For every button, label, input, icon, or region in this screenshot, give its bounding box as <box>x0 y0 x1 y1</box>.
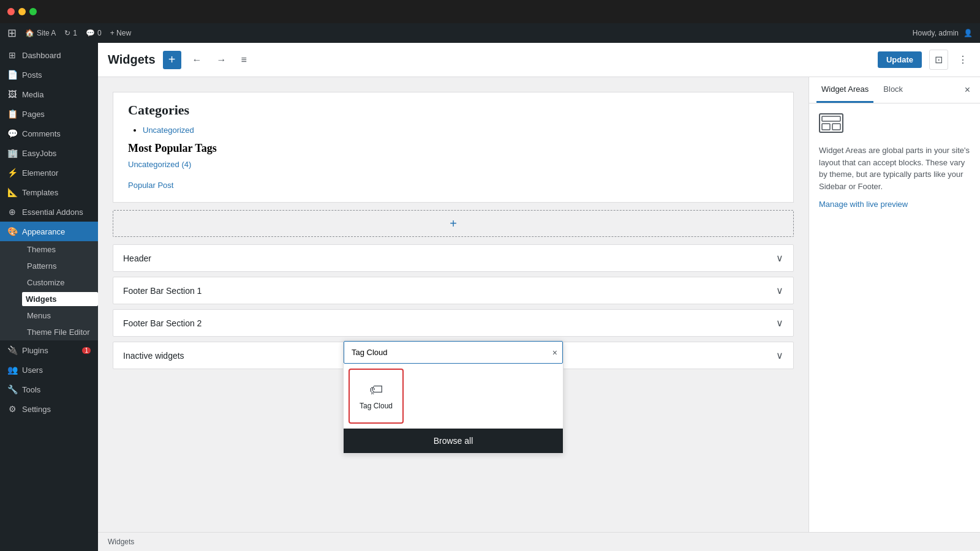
block-categories: Categories Uncategorized Most Popular Ta… <box>113 92 794 203</box>
sidebar-item-pages[interactable]: 📋 Pages <box>0 104 98 124</box>
maximize-dot[interactable] <box>29 8 37 15</box>
sidebar-label-pages: Pages <box>22 110 45 119</box>
svg-rect-2 <box>822 124 830 130</box>
widget-section-header-toggle[interactable]: Header ∨ <box>113 245 793 271</box>
tools-icon: 🔧 <box>7 384 17 394</box>
sidebar-item-tools[interactable]: 🔧 Tools <box>0 380 98 399</box>
comments-count: 0 <box>97 29 102 37</box>
footer-bar-2-chevron-icon: ∨ <box>776 317 783 329</box>
sidebar-label-dashboard: Dashboard <box>22 51 61 60</box>
sidebar-item-comments[interactable]: 💬 Comments <box>0 124 98 143</box>
widget-section-footer-bar-2-toggle[interactable]: Footer Bar Section 2 ∨ <box>113 310 793 336</box>
more-options-button[interactable]: ⋮ <box>956 51 970 68</box>
sidebar-subitem-patterns[interactable]: Patterns <box>22 258 98 274</box>
svg-rect-3 <box>832 124 840 130</box>
updates-count: 1 <box>73 29 77 37</box>
sidebar-item-elementor[interactable]: ⚡ Elementor <box>0 163 98 182</box>
sidebar-item-essential-addons[interactable]: ⊕ Essential Addons <box>0 202 98 222</box>
sidebar-subitem-menus[interactable]: Menus <box>22 307 98 324</box>
popular-post-label: Popular Post <box>128 181 778 190</box>
inactive-chevron-icon: ∨ <box>776 350 783 361</box>
sidebar-item-settings[interactable]: ⚙ Settings <box>0 399 98 419</box>
browse-all-button[interactable]: Browse all <box>344 429 563 453</box>
admin-bar-new[interactable]: + New <box>110 29 131 37</box>
main-layout: ⊞ Dashboard 📄 Posts 🖼 Media 📋 Pages 💬 Co… <box>0 43 980 551</box>
dashboard-icon: ⊞ <box>7 50 17 60</box>
right-panel: Widget Areas Block × Widget Areas are gl… <box>809 77 980 532</box>
sidebar-subitem-themes[interactable]: Themes <box>22 241 98 258</box>
popup-search-input[interactable] <box>344 342 548 363</box>
sidebar-appearance-subitems: Themes Patterns Customize Widgets Menus … <box>0 241 98 340</box>
sidebar-item-templates[interactable]: 📐 Templates <box>0 182 98 202</box>
sidebar-label-comments: Comments <box>22 129 61 138</box>
right-panel-close-button[interactable]: × <box>962 82 973 98</box>
sidebar-label-easyjobs: EasyJobs <box>22 149 56 158</box>
uncategorized-tag-link[interactable]: Uncategorized (4) <box>128 160 191 169</box>
admin-bar-site[interactable]: 🏠 Site A <box>25 29 56 37</box>
users-icon: 👥 <box>7 365 17 375</box>
tags-heading: Most Popular Tags <box>128 142 778 155</box>
minimize-dot[interactable] <box>18 8 26 15</box>
popup-search-box: × <box>344 341 563 364</box>
titlebar <box>0 0 980 23</box>
forward-button[interactable]: → <box>213 52 230 68</box>
sidebar-item-media[interactable]: 🖼 Media <box>0 84 98 104</box>
add-block-button[interactable]: + <box>113 210 794 237</box>
admin-bar-left: ⊞ 🏠 Site A ↻ 1 💬 0 + New <box>7 26 903 40</box>
widget-section-footer-bar-1-toggle[interactable]: Footer Bar Section 1 ∨ <box>113 277 793 304</box>
avatar: 👤 <box>963 29 973 37</box>
templates-icon: 📐 <box>7 187 17 197</box>
admin-bar-comments[interactable]: 💬 0 <box>86 29 102 37</box>
list-view-button[interactable]: ≡ <box>238 52 251 68</box>
content-area: Widgets + ← → ≡ Update ⊡ ⋮ Categories Un… <box>98 43 980 551</box>
widget-area-description: Widget Areas are global parts in your si… <box>819 144 970 192</box>
manage-live-preview-link[interactable]: Manage with live preview <box>819 200 908 209</box>
sidebar: ⊞ Dashboard 📄 Posts 🖼 Media 📋 Pages 💬 Co… <box>0 43 98 551</box>
update-button[interactable]: Update <box>878 51 922 68</box>
admin-bar-updates[interactable]: ↻ 1 <box>64 29 77 37</box>
sidebar-subitem-widgets[interactable]: Widgets <box>22 292 98 306</box>
sidebar-subitem-customize[interactable]: Customize <box>22 274 98 291</box>
sidebar-label-appearance: Appearance <box>22 227 65 236</box>
page-title: Widgets <box>108 53 156 67</box>
tag-cloud-result-item[interactable]: 🏷 Tag Cloud <box>349 369 404 424</box>
uncategorized-link[interactable]: Uncategorized <box>143 126 194 135</box>
comments-sidebar-icon: 💬 <box>7 129 17 138</box>
pages-icon: 📋 <box>7 109 17 119</box>
sidebar-item-users[interactable]: 👥 Users <box>0 360 98 380</box>
sidebar-item-easyjobs[interactable]: 🏢 EasyJobs <box>0 143 98 163</box>
tag-cloud-label: Tag Cloud <box>360 402 393 410</box>
sidebar-label-users: Users <box>22 365 43 375</box>
howdy-text: Howdy, admin <box>913 29 959 37</box>
add-button[interactable]: + <box>163 51 181 69</box>
essential-addons-icon: ⊕ <box>7 207 17 217</box>
sidebar-label-templates: Templates <box>22 188 58 197</box>
sidebar-item-plugins[interactable]: 🔌 Plugins 1 <box>0 340 98 360</box>
inactive-widgets-title: Inactive widgets <box>123 351 184 361</box>
sidebar-label-tools: Tools <box>22 385 40 394</box>
appearance-icon: 🎨 <box>7 227 17 236</box>
widget-area-icon <box>819 113 970 137</box>
widget-section-footer-bar-2: Footer Bar Section 2 ∨ <box>113 309 794 337</box>
sidebar-appearance-section: 🎨 Appearance Themes Patterns Customize W… <box>0 222 98 340</box>
tab-block[interactable]: Block <box>878 77 908 103</box>
admin-bar-right: Howdy, admin 👤 <box>913 29 973 37</box>
sidebar-label-elementor: Elementor <box>22 168 58 178</box>
sidebar-item-appearance[interactable]: 🎨 Appearance <box>0 222 98 241</box>
elementor-icon: ⚡ <box>7 168 17 178</box>
footer-bar-2-title: Footer Bar Section 2 <box>123 318 202 328</box>
wp-logo-icon[interactable]: ⊞ <box>7 26 17 40</box>
sidebar-item-dashboard[interactable]: ⊞ Dashboard <box>0 45 98 65</box>
categories-heading: Categories <box>128 102 778 118</box>
sidebar-subitem-theme-file-editor[interactable]: Theme File Editor <box>22 324 98 340</box>
easyjobs-icon: 🏢 <box>7 148 17 158</box>
view-button[interactable]: ⊡ <box>929 50 948 70</box>
posts-icon: 📄 <box>7 70 17 80</box>
back-button[interactable]: ← <box>189 52 206 68</box>
popup-clear-button[interactable]: × <box>548 343 562 362</box>
tab-widget-areas[interactable]: Widget Areas <box>816 77 873 103</box>
widget-editor: Categories Uncategorized Most Popular Ta… <box>98 77 809 532</box>
main-content: Categories Uncategorized Most Popular Ta… <box>98 77 980 532</box>
sidebar-item-posts[interactable]: 📄 Posts <box>0 65 98 84</box>
close-dot[interactable] <box>7 8 15 15</box>
